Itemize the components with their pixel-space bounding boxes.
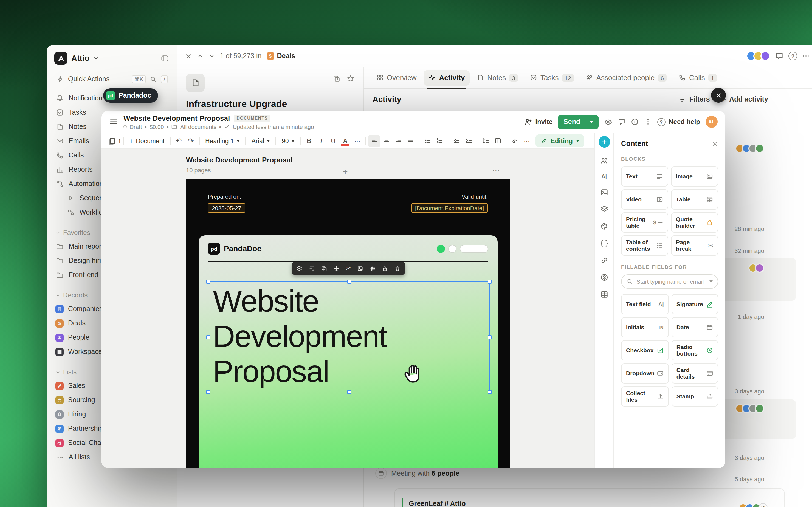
resize-handle[interactable] [347, 280, 351, 284]
fields-icon[interactable]: A| [601, 173, 607, 179]
underline-button[interactable]: U [327, 135, 339, 147]
send-button[interactable]: Send [558, 114, 598, 129]
tab-activity[interactable]: Activity [423, 70, 470, 85]
move-icon[interactable] [334, 265, 340, 271]
pages-panel-button[interactable] [106, 135, 118, 147]
tab-tasks[interactable]: Tasks12 [525, 70, 579, 85]
block-page-break[interactable]: Page break✂ [671, 235, 718, 256]
more-insert-button[interactable]: ⋯ [521, 135, 533, 147]
copy-record-icon[interactable] [333, 75, 340, 82]
mode-select[interactable]: Editing [536, 134, 584, 147]
folder-name[interactable]: All documents [180, 123, 217, 130]
recipient-search[interactable] [621, 274, 718, 289]
image-library-icon[interactable] [600, 188, 608, 196]
block-table-of-contents[interactable]: Table of contents [621, 235, 668, 256]
menu-icon[interactable] [109, 117, 118, 126]
sidebar-toggle-icon[interactable] [161, 54, 169, 62]
filters-button[interactable]: Filters [679, 96, 710, 103]
quick-actions[interactable]: Quick Actions ⌘K / [51, 71, 172, 87]
more-menu-icon[interactable] [802, 52, 810, 60]
pandadoc-drag-chip[interactable]: pd Pandadoc [103, 88, 158, 103]
field-card-details[interactable]: Card details [672, 363, 718, 384]
payment-icon[interactable] [600, 273, 608, 281]
field-radio-buttons[interactable]: Radio buttons [672, 340, 718, 360]
layers-icon[interactable] [296, 265, 302, 271]
resize-handle[interactable] [488, 280, 491, 284]
workspace-switcher[interactable]: Attio [51, 48, 172, 68]
collection-chip[interactable]: $Deals [267, 52, 295, 60]
paragraph-style-select[interactable]: Heading 1 [202, 135, 243, 147]
field-collect-files[interactable]: Collect files [621, 386, 669, 407]
next-record-icon[interactable] [209, 53, 215, 59]
add-block-button[interactable]: + [343, 167, 348, 176]
close-record-icon[interactable] [185, 52, 192, 60]
expiration-date-field[interactable]: [Document.ExpirationDate] [411, 203, 488, 213]
field-stamp[interactable]: Stamp [672, 386, 718, 407]
field-signature[interactable]: Signature [672, 294, 718, 315]
italic-button[interactable]: I [315, 135, 327, 147]
need-help-button[interactable]: ?Need help [657, 118, 700, 126]
bullet-list-button[interactable] [421, 135, 433, 147]
more-menu-icon[interactable] [644, 118, 651, 126]
recipients-icon[interactable] [600, 156, 608, 165]
block-pricing-table[interactable]: Pricing table$ [621, 212, 668, 233]
event-avatars[interactable]: +2 [739, 503, 767, 507]
tab-associated-people[interactable]: Associated people6 [581, 70, 672, 85]
bold-button[interactable]: B [303, 135, 315, 147]
close-panel-icon[interactable] [712, 140, 718, 147]
font-family-select[interactable]: Arial [248, 135, 274, 147]
chat-icon[interactable] [775, 52, 784, 60]
block-table[interactable]: Table [671, 189, 718, 210]
duplicate-icon[interactable] [321, 265, 327, 271]
resize-handle[interactable] [206, 390, 210, 394]
numbered-list-button[interactable] [433, 135, 446, 147]
help-icon[interactable]: ? [789, 52, 797, 60]
field-date[interactable]: Date [672, 317, 718, 337]
field-initials[interactable]: InitialsIN [621, 317, 669, 337]
meeting-summary[interactable]: Meeting with 5 people [391, 470, 460, 477]
field-checkbox[interactable]: Checkbox [621, 340, 669, 360]
block-image[interactable]: Image [671, 166, 718, 186]
align-center-button[interactable] [380, 135, 392, 147]
resize-handle[interactable] [488, 390, 491, 394]
user-avatar[interactable]: AL [706, 116, 718, 128]
recipient-search-input[interactable] [636, 278, 706, 285]
overlay-close-button[interactable] [711, 88, 726, 103]
layers-icon[interactable] [600, 205, 608, 214]
add-document-button[interactable]: +Document [126, 135, 168, 147]
add-activity-button[interactable]: +Add activity [722, 96, 768, 103]
resize-handle[interactable] [347, 390, 351, 394]
event-card[interactable]: GreenLeaf // Attio Mar 27, 10:40 – 11:40… [395, 488, 785, 507]
field-dropdown[interactable]: Dropdown [621, 363, 669, 384]
font-size-select[interactable]: 90 [279, 135, 298, 147]
resize-handle[interactable] [488, 335, 491, 339]
more-text-options-button[interactable]: ⋯ [351, 135, 363, 147]
tab-calls[interactable]: Calls1 [674, 70, 722, 85]
block-video[interactable]: Video [621, 189, 668, 210]
integrations-link-icon[interactable] [600, 256, 608, 265]
info-icon[interactable] [631, 118, 638, 126]
undo-button[interactable]: ↶ [173, 135, 185, 147]
align-right-button[interactable] [392, 135, 404, 147]
preview-eye-icon[interactable] [604, 118, 612, 126]
cut-icon[interactable]: ✂ [346, 265, 351, 271]
tab-overview[interactable]: Overview [371, 70, 421, 85]
justify-button[interactable] [404, 135, 416, 147]
selected-text-block[interactable]: Website Development Proposal [208, 281, 490, 392]
indent-button[interactable] [463, 135, 475, 147]
comments-icon[interactable] [618, 118, 625, 126]
lock-icon[interactable] [382, 265, 388, 271]
link-button[interactable] [509, 135, 521, 147]
settings-sliders-icon[interactable] [370, 265, 376, 271]
tab-notes[interactable]: Notes3 [472, 70, 523, 85]
block-quote-builder[interactable]: Quote builder [671, 212, 718, 233]
line-spacing-button[interactable] [479, 135, 491, 147]
prepared-date-field[interactable]: 2025-05-27 [208, 203, 245, 213]
text-color-button[interactable]: A [339, 135, 351, 147]
field-text-field[interactable]: Text fieldA| [621, 294, 669, 315]
prev-record-icon[interactable] [197, 53, 204, 59]
invite-button[interactable]: Invite [524, 118, 553, 126]
block-text[interactable]: Text [621, 166, 668, 186]
redo-button[interactable]: ↷ [185, 135, 197, 147]
outdent-button[interactable] [451, 135, 463, 147]
